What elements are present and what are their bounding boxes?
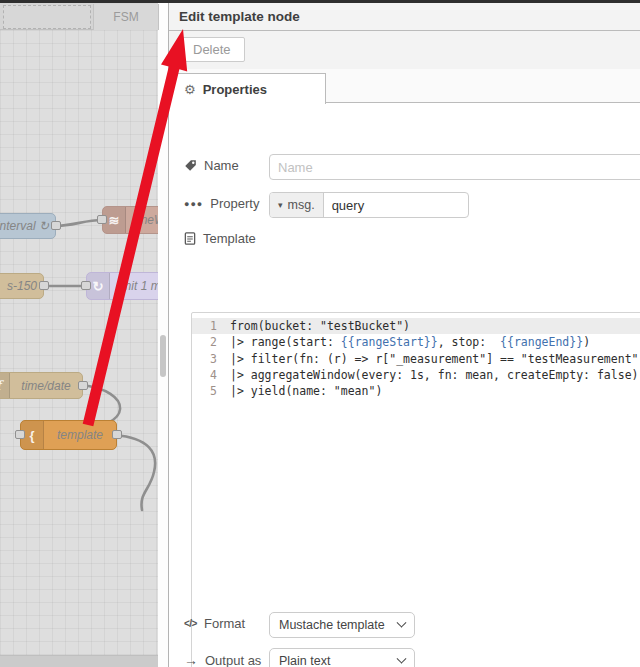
edit-dialog: Edit template node Delete ⚙ Properties N…: [168, 3, 640, 667]
node-port-right[interactable]: [78, 381, 88, 390]
typed-input-type-button[interactable]: ▾ msg.: [270, 193, 324, 217]
node-port-right[interactable]: [39, 281, 49, 290]
code-text: |> aggregateWindow(every: 1s, fn: mean, …: [230, 367, 639, 383]
code-line-4[interactable]: 4|> aggregateWindow(every: 1s, fn: mean,…: [192, 367, 640, 383]
format-select[interactable]: Mustache template: [269, 612, 415, 638]
flow-tab-blank[interactable]: [3, 5, 91, 29]
template-code-editor[interactable]: 1from(bucket: "testBucket")2|> range(sta…: [191, 312, 640, 667]
chevron-down-icon: ▾: [278, 200, 283, 210]
code-brackets-icon: </>: [184, 618, 197, 629]
canvas-scrollbar[interactable]: [158, 3, 168, 667]
node-label: limit 1 ms: [110, 279, 158, 293]
node-label: template: [44, 428, 116, 442]
line-number: 1: [192, 318, 230, 334]
name-label: Name: [184, 158, 239, 173]
code-line-2[interactable]: 2|> range(start: {{rangeStart}}, stop: {…: [192, 334, 640, 350]
flow-tab-fsm[interactable]: FSM: [93, 4, 159, 30]
template-label: Template: [184, 231, 256, 246]
flow-tab-label: FSM: [113, 10, 138, 24]
node-port-left[interactable]: [81, 281, 91, 290]
output-label: → Output as: [184, 652, 261, 667]
flow-node-limit[interactable]: ↻limit 1 ms: [86, 272, 158, 300]
flow-node-interval[interactable]: interval ↻: [0, 213, 56, 239]
flow-node-template[interactable]: {template: [20, 420, 117, 450]
node-port-right[interactable]: [51, 221, 61, 230]
canvas-bottom-strip: [0, 655, 158, 667]
wire-template-out: [115, 435, 155, 510]
format-label: </> Format: [184, 616, 245, 631]
flow-tabbar: FSM: [0, 3, 158, 30]
output-select[interactable]: Plain text: [269, 648, 415, 667]
node-red-window: FSM interval ↻≋sineWs-150↻limit 1 msftim…: [0, 0, 640, 667]
code-text: |> filter(fn: (r) => r["_measurement"] =…: [230, 351, 640, 367]
property-value[interactable]: query: [324, 193, 373, 217]
node-port-left[interactable]: [15, 430, 25, 439]
code-line-3[interactable]: 3|> filter(fn: (r) => r["_measurement"] …: [192, 351, 640, 367]
node-port-right[interactable]: [112, 430, 122, 439]
flow-node-s-150[interactable]: s-150: [0, 273, 44, 299]
delete-button[interactable]: Delete: [179, 37, 245, 62]
node-label: sineW: [126, 213, 158, 227]
code-text: from(bucket: "testBucket"): [230, 318, 410, 334]
file-code-icon: [184, 232, 196, 245]
property-label: ●●● Property: [184, 196, 259, 211]
code-text: |> range(start: {{rangeStart}}, stop: {{…: [230, 334, 590, 350]
flow-canvas[interactable]: interval ↻≋sineWs-150↻limit 1 msftime/da…: [0, 30, 158, 655]
wire-interval-sinewave: [54, 220, 102, 226]
code-line-1[interactable]: 1from(bucket: "testBucket"): [192, 318, 640, 334]
node-label: time/date: [10, 379, 82, 393]
flow-node-sinewave[interactable]: ≋sineW: [102, 206, 158, 234]
dialog-title: Edit template node: [169, 3, 640, 31]
line-number: 3: [192, 351, 230, 367]
gear-icon: ⚙: [184, 82, 196, 97]
chevron-down-icon: [397, 617, 407, 627]
app-header-edge: [0, 0, 640, 3]
name-input[interactable]: [269, 154, 640, 180]
chevron-down-icon: [397, 653, 407, 663]
dialog-form: Name ●●● Property ▾ msg. query: [169, 103, 640, 667]
output-value: Plain text: [279, 654, 330, 667]
code-text: |> yield(name: "mean"): [230, 383, 382, 399]
arrow-right-icon: →: [184, 652, 198, 667]
ellipsis-icon: ●●●: [184, 199, 203, 209]
tab-properties[interactable]: ⚙ Properties: [169, 73, 326, 104]
flow-node-time-date[interactable]: ftime/date: [0, 372, 83, 399]
code-line-5[interactable]: 5|> yield(name: "mean"): [192, 383, 640, 399]
format-value: Mustache template: [279, 618, 385, 632]
line-number: 4: [192, 367, 230, 383]
dialog-tabrow: ⚙ Properties: [169, 69, 640, 103]
line-number: 5: [192, 383, 230, 399]
line-number: 2: [192, 334, 230, 350]
function-icon: f: [0, 373, 10, 398]
tag-icon: [184, 159, 197, 172]
node-label: s-150: [0, 279, 43, 293]
flow-wires: [0, 30, 158, 655]
node-port-left[interactable]: [97, 215, 107, 224]
canvas-scrollbar-thumb[interactable]: [160, 335, 166, 377]
node-label: interval ↻: [0, 219, 55, 233]
property-typed-input[interactable]: ▾ msg. query: [269, 192, 469, 218]
dialog-toolbar: Delete: [169, 31, 640, 69]
